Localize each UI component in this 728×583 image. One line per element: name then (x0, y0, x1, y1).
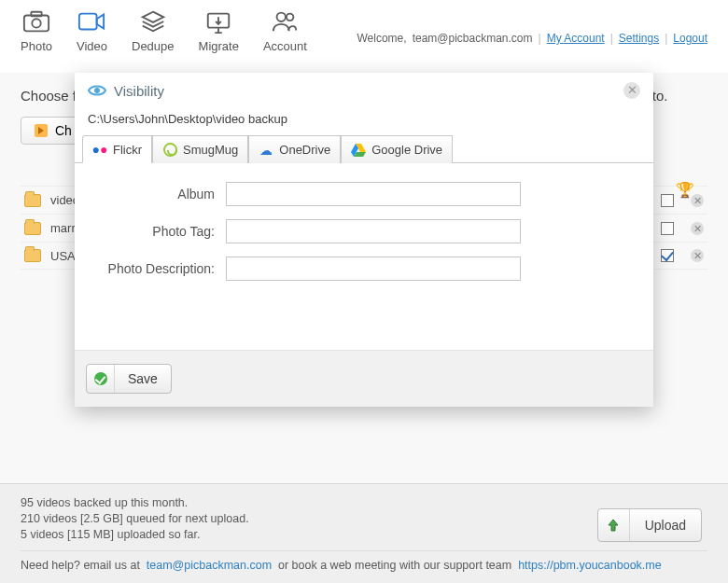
modal-header: Visibility ✕ (75, 73, 653, 108)
settings-link[interactable]: Settings (619, 32, 659, 45)
folder-icon (24, 249, 41, 262)
tab-label: OneDrive (279, 143, 330, 157)
tab-smugmug[interactable]: SmugMug (152, 135, 248, 163)
photo-tag-input[interactable] (226, 219, 521, 243)
folder-checkbox[interactable] (661, 249, 674, 262)
welcome-bar: Welcome, team@picbackman.com | My Accoun… (357, 32, 707, 45)
modal-title: Visibility (114, 83, 164, 99)
play-icon (35, 124, 48, 137)
album-label: Album (103, 187, 215, 201)
nav-label: Dedupe (132, 39, 175, 53)
tab-label: SmugMug (183, 143, 238, 157)
check-icon (87, 365, 115, 393)
help-line: Need help? email us at team@picbackman.c… (21, 550, 707, 572)
svg-rect-3 (79, 14, 97, 30)
nav-dedupe[interactable]: Dedupe (132, 9, 175, 53)
folder-checkbox[interactable] (661, 194, 674, 207)
flickr-icon: ●● (92, 142, 107, 157)
save-button[interactable]: Save (86, 364, 172, 394)
folder-remove-icon[interactable]: ✕ (691, 222, 704, 235)
upload-button[interactable]: Upload (597, 508, 702, 542)
folder-remove-icon[interactable]: ✕ (691, 249, 704, 262)
upload-icon (598, 509, 630, 541)
layers-icon (139, 9, 167, 34)
close-icon[interactable]: ✕ (623, 82, 640, 99)
migrate-icon (204, 9, 232, 34)
status-line: 95 videos backed up this month. (21, 496, 707, 509)
album-input[interactable] (226, 182, 521, 206)
folder-icon (24, 222, 41, 235)
welcome-email: team@picbackman.com (413, 32, 533, 45)
svg-rect-2 (31, 12, 41, 17)
modal-form: Album Photo Tag: Photo Description: (75, 163, 653, 350)
video-icon (77, 9, 105, 34)
svg-point-1 (32, 19, 40, 27)
welcome-label: Welcome, (357, 32, 406, 45)
my-account-link[interactable]: My Account (547, 32, 605, 45)
nav-account[interactable]: Account (263, 9, 307, 53)
camera-icon (22, 9, 50, 34)
tab-googledrive[interactable]: Google Drive (341, 135, 453, 163)
help-email-link[interactable]: team@picbackman.com (147, 559, 272, 572)
nav-label: Migrate (199, 39, 239, 53)
nav-migrate[interactable]: Migrate (199, 9, 239, 53)
service-tabs: ●● Flickr SmugMug ☁ OneDrive Google Driv… (75, 135, 653, 163)
photo-description-input[interactable] (226, 257, 521, 281)
tab-label: Flickr (113, 143, 142, 157)
account-icon (271, 9, 299, 34)
tab-label: Google Drive (371, 143, 442, 157)
folder-icon (24, 194, 41, 207)
photo-description-label: Photo Description: (103, 261, 215, 276)
visibility-modal: Visibility ✕ C:\Users\John\Desktop\video… (75, 73, 653, 407)
svg-point-5 (277, 13, 286, 21)
button-label: Ch (55, 123, 72, 138)
nav-label: Photo (21, 39, 52, 53)
smugmug-icon (162, 143, 177, 158)
folder-checkbox[interactable] (661, 222, 674, 235)
nav-photo[interactable]: Photo (21, 9, 52, 53)
modal-path: C:\Users\John\Desktop\video backup (75, 108, 653, 135)
svg-point-7 (94, 88, 100, 93)
trophy-icon[interactable]: 🏆 (676, 181, 693, 198)
svg-rect-0 (24, 15, 49, 31)
googledrive-icon (351, 143, 366, 158)
nav-label: Account (263, 39, 307, 53)
tab-onedrive[interactable]: ☁ OneDrive (248, 135, 341, 163)
svg-point-6 (287, 14, 294, 21)
status-footer: 95 videos backed up this month. 210 vide… (0, 483, 728, 583)
button-label: Upload (630, 518, 701, 533)
modal-footer: Save (75, 350, 653, 407)
nav-video[interactable]: Video (77, 9, 107, 53)
nav-label: Video (77, 39, 107, 53)
photo-tag-label: Photo Tag: (103, 224, 215, 239)
tab-flickr[interactable]: ●● Flickr (82, 135, 152, 163)
logout-link[interactable]: Logout (673, 32, 707, 45)
onedrive-icon: ☁ (259, 143, 273, 158)
eye-icon (88, 84, 106, 97)
help-booking-link[interactable]: https://pbm.youcanbook.me (518, 559, 662, 572)
main-toolbar: Photo Video Dedupe Migrate Account Welco… (0, 0, 728, 73)
button-label: Save (115, 371, 171, 386)
